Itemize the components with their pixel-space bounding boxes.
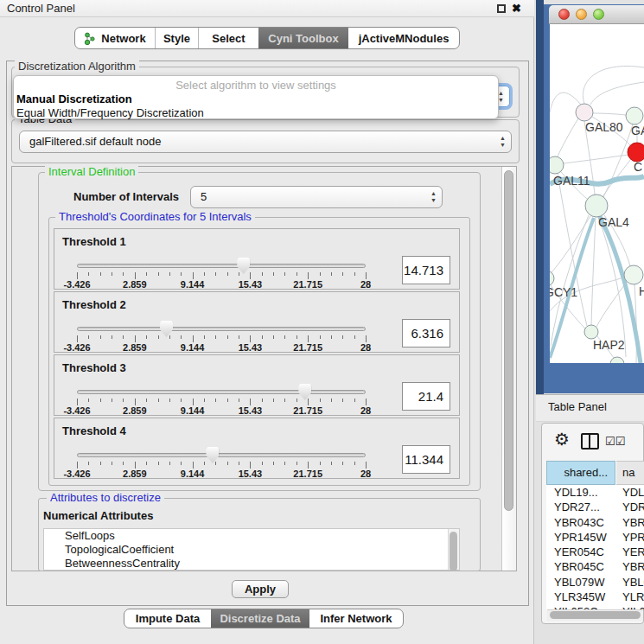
table-rows: YDL19...YDL1YDR27...YDR2YBR043CYBR0YPR14… bbox=[546, 485, 644, 609]
slider-tick-mark bbox=[296, 272, 297, 276]
slider-track[interactable] bbox=[77, 453, 366, 457]
slider-tick-mark bbox=[146, 272, 147, 276]
slider-tick-mark bbox=[181, 272, 182, 276]
vertical-scrollbar-thumb[interactable] bbox=[504, 170, 513, 511]
tab-impute-data[interactable]: Impute Data bbox=[124, 609, 211, 628]
slider-track[interactable] bbox=[77, 327, 366, 331]
float-window-icon[interactable] bbox=[497, 4, 506, 13]
select-columns-icon[interactable]: ☑☑ bbox=[605, 435, 625, 448]
network-node[interactable] bbox=[585, 194, 608, 217]
algorithm-placeholder: Select algorithm to view settings bbox=[14, 79, 498, 92]
slider-tick-mark bbox=[169, 462, 170, 465]
tab-select[interactable]: Select bbox=[198, 28, 258, 48]
number-of-intervals-label: Number of Intervals bbox=[73, 190, 179, 203]
network-node[interactable] bbox=[550, 156, 564, 174]
tab-infer-network-label: Infer Network bbox=[320, 612, 392, 625]
threshold-value-field[interactable]: 6.316 bbox=[402, 319, 450, 348]
tab-cyni-toolbox-label: Cyni Toolbox bbox=[268, 32, 338, 45]
network-node[interactable] bbox=[584, 325, 598, 339]
threshold-rows: Threshold 1-3.4262.8599.14415.4321.71528… bbox=[54, 228, 460, 481]
tab-cyni-toolbox[interactable]: Cyni Toolbox bbox=[258, 28, 348, 48]
column-header-name[interactable]: na bbox=[616, 461, 644, 485]
slider-tick-mark bbox=[123, 399, 124, 402]
slider-tick-mark bbox=[273, 399, 274, 402]
slider-tick-mark bbox=[193, 272, 194, 279]
tab-style[interactable]: Style bbox=[155, 28, 198, 48]
slider-track[interactable] bbox=[77, 390, 366, 394]
slider-tick-mark bbox=[135, 399, 136, 405]
tab-network[interactable]: Network bbox=[75, 28, 155, 48]
network-canvas[interactable]: GAL80GACGAL11GAL4GCY1HHAP2 bbox=[550, 24, 644, 363]
split-columns-icon[interactable] bbox=[581, 433, 599, 450]
network-node[interactable] bbox=[610, 357, 624, 363]
cell-shared-name: YPR145W bbox=[554, 530, 607, 545]
slider-thumb[interactable] bbox=[160, 321, 173, 337]
slider-tick-mark bbox=[169, 272, 170, 276]
network-node[interactable] bbox=[550, 271, 554, 286]
number-of-intervals-combobox[interactable]: 5 ▲▼ bbox=[190, 186, 443, 208]
slider-tick-mark bbox=[158, 399, 159, 402]
gear-icon[interactable]: ⚙ bbox=[554, 430, 570, 448]
slider-tick-mark bbox=[250, 399, 251, 405]
table-row[interactable]: YLR345WYLR3 bbox=[546, 590, 644, 604]
cell-shared-name: YER054C bbox=[554, 545, 604, 559]
mac-zoom-button[interactable] bbox=[593, 9, 604, 20]
slider-tick-mark bbox=[88, 335, 89, 339]
slider-tick-mark bbox=[227, 335, 228, 339]
cell-name: YBL0 bbox=[622, 575, 644, 590]
slider-tick-mark bbox=[181, 462, 182, 465]
slider-tick-label: 2.859 bbox=[123, 469, 147, 479]
table-row[interactable]: YBL079WYBL0 bbox=[546, 575, 644, 590]
horizontal-scrollbar-thumb[interactable] bbox=[550, 611, 641, 619]
slider-tick-mark bbox=[250, 272, 251, 279]
column-header-shared-name[interactable]: shared... bbox=[546, 461, 615, 485]
bottom-tabs: Impute Data Discretize Data Infer Networ… bbox=[124, 609, 404, 628]
attributes-group-title: Attributes to discretize bbox=[47, 492, 164, 504]
list-item[interactable]: TopologicalCoefficient bbox=[44, 543, 459, 557]
slider-tick-mark bbox=[204, 399, 205, 402]
combo-arrows-icon: ▲▼ bbox=[430, 190, 437, 204]
menu-item-manual-discretization[interactable]: Manual Discretization bbox=[16, 92, 132, 105]
network-node[interactable] bbox=[624, 265, 643, 284]
mac-close-button[interactable] bbox=[558, 9, 570, 20]
close-icon[interactable]: ✖ bbox=[512, 2, 521, 15]
tab-infer-network[interactable]: Infer Network bbox=[309, 609, 403, 628]
mac-minimize-button[interactable] bbox=[576, 9, 587, 20]
numerical-attributes-list[interactable]: SelfLoopsTopologicalCoefficientBetweenne… bbox=[43, 528, 460, 571]
slider-thumb[interactable] bbox=[206, 447, 219, 463]
slider-thumb[interactable] bbox=[298, 384, 311, 400]
tab-discretize-data[interactable]: Discretize Data bbox=[211, 609, 309, 628]
table-row[interactable]: YPR145WYPR1 bbox=[546, 530, 644, 545]
threshold-row: Threshold 3-3.4262.8599.14415.4321.71528… bbox=[54, 354, 460, 416]
threshold-value-field[interactable]: 14.713 bbox=[402, 256, 450, 284]
list-item[interactable]: SelfLoops bbox=[44, 529, 459, 543]
slider-track[interactable] bbox=[77, 264, 366, 268]
table-row[interactable]: YBR045CYBR0 bbox=[546, 559, 644, 574]
slider-tick-mark bbox=[135, 462, 136, 469]
slider-tick-mark bbox=[181, 335, 182, 339]
network-node[interactable] bbox=[628, 143, 644, 162]
tab-jactivemnodules[interactable]: jActiveMNodules bbox=[348, 28, 459, 48]
network-node[interactable] bbox=[626, 107, 643, 124]
list-item[interactable]: BetweennessCentrality bbox=[44, 557, 459, 571]
slider-tick-mark bbox=[215, 399, 216, 402]
cell-name: YDR2 bbox=[622, 500, 644, 514]
slider-tick-mark bbox=[100, 462, 101, 465]
table-data-combobox[interactable]: galFiltered.sif default node ▲▼ bbox=[19, 131, 512, 153]
threshold-value-field[interactable]: 11.344 bbox=[402, 445, 450, 474]
network-node[interactable] bbox=[576, 104, 593, 121]
slider-tick-mark bbox=[239, 272, 239, 276]
table-row[interactable]: YBR043CYBR0 bbox=[546, 515, 644, 530]
slider-tick-mark bbox=[308, 399, 309, 405]
threshold-value-field[interactable]: 21.4 bbox=[402, 382, 450, 411]
table-row[interactable]: YDL19...YDL1 bbox=[546, 485, 644, 500]
table-row[interactable]: YER054CYER0 bbox=[546, 545, 644, 559]
table-row[interactable]: YDR27...YDR2 bbox=[546, 500, 644, 514]
slider-tick-mark bbox=[204, 272, 205, 276]
menu-item-equal-width-frequency[interactable]: Equal Width/Frequency Discretization bbox=[16, 106, 204, 119]
network-graph[interactable]: GAL80GACGAL11GAL4GCY1HHAP2 bbox=[550, 24, 644, 363]
apply-button[interactable]: Apply bbox=[232, 580, 289, 598]
control-panel-tabs: Network Style Select Cyni Toolbox jActiv… bbox=[74, 27, 460, 49]
attributes-scrollbar-thumb[interactable] bbox=[450, 532, 457, 571]
slider-tick-mark bbox=[366, 462, 367, 469]
